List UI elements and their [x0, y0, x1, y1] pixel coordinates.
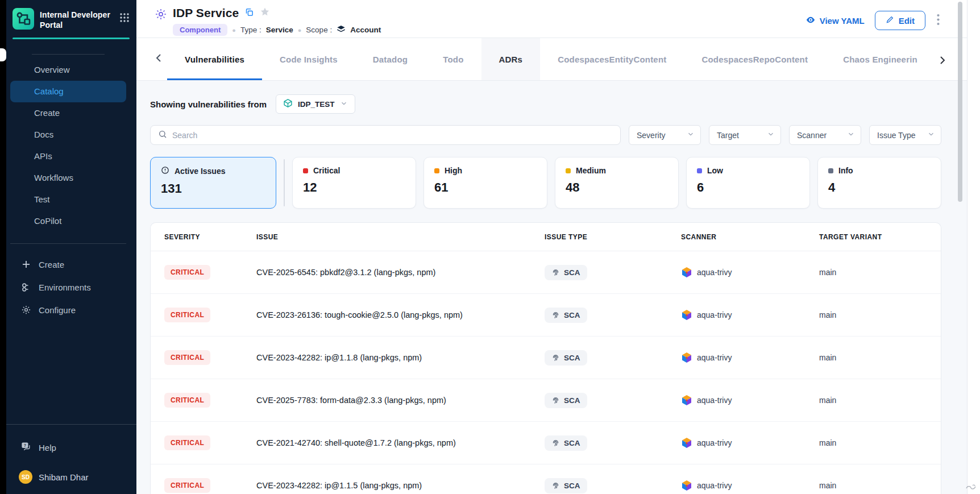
fingerprint-icon: [551, 481, 560, 490]
card-active-issues[interactable]: Active Issues 131: [150, 157, 276, 209]
help-label: Help: [39, 443, 56, 453]
scanner-cell: aqua-trivy: [681, 437, 819, 449]
trivy-icon: [681, 437, 692, 449]
filter-issue-type[interactable]: Issue Type: [869, 125, 941, 145]
col-issue: ISSUE: [256, 233, 545, 241]
target-variant: main: [819, 438, 927, 447]
scanner-cell: aqua-trivy: [681, 480, 819, 491]
copy-icon[interactable]: [244, 7, 254, 19]
sidebar-item-docs[interactable]: Docs: [10, 124, 126, 146]
chevron-down-icon: [687, 130, 695, 140]
package-cube-icon: [283, 98, 293, 110]
scanner-cell: aqua-trivy: [681, 352, 819, 363]
sidebar-item-overview[interactable]: Overview: [10, 59, 126, 81]
filter-label: Scanner: [797, 131, 827, 140]
sidebar-item-create[interactable]: Create: [10, 102, 126, 124]
secondary-nav: Create Environments Configure: [0, 253, 136, 321]
edit-button[interactable]: Edit: [875, 11, 925, 30]
type-value: Service: [266, 26, 293, 34]
card-count: 6: [697, 180, 799, 195]
table-row[interactable]: CRITICAL CVE-2021-42740: shell-quote@1.7…: [151, 422, 941, 464]
card-info[interactable]: Info 4: [817, 157, 941, 209]
col-severity: SEVERITY: [164, 233, 256, 241]
more-options-kebab-icon[interactable]: [936, 11, 941, 30]
table-row[interactable]: CRITICAL CVE-2023-42282: ip@1.1.8 (lang-…: [151, 337, 941, 379]
issue-text: CVE-2023-42282: ip@1.1.5 (lang-pkgs, npm…: [256, 481, 545, 490]
tab-code-insights[interactable]: Code Insights: [262, 38, 355, 80]
sidebar-item-environments[interactable]: Environments: [0, 276, 136, 298]
tab-todo[interactable]: Todo: [425, 38, 481, 80]
table-row[interactable]: CRITICAL CVE-2025-7783: form-data@2.3.3 …: [151, 379, 941, 422]
card-medium[interactable]: Medium 48: [555, 157, 679, 209]
table-row[interactable]: CRITICAL CVE-2023-26136: tough-cookie@2.…: [151, 294, 941, 337]
scanner-cell: aqua-trivy: [681, 267, 819, 278]
tab-vulnerabilities[interactable]: Vulnerabilities: [167, 38, 262, 80]
scope-label: Scope :: [306, 26, 332, 34]
environments-icon: [20, 282, 31, 293]
tab-datadog[interactable]: Datadog: [355, 38, 425, 80]
svg-text:?: ?: [24, 443, 26, 448]
info-icon: [161, 166, 169, 176]
high-dot-icon: [434, 168, 439, 173]
tabs-scroll-left-icon[interactable]: [150, 51, 167, 68]
filter-scanner[interactable]: Scanner: [789, 125, 861, 145]
vertical-scrollbar[interactable]: [958, 2, 962, 202]
trivy-icon: [681, 480, 692, 491]
sidebar-item-label: Configure: [39, 305, 76, 315]
dot-separator: ●: [298, 27, 302, 34]
issue-text: CVE-2023-42282: ip@1.1.8 (lang-pkgs, npm…: [256, 353, 545, 362]
filter-target[interactable]: Target: [709, 125, 781, 145]
severity-badge: CRITICAL: [164, 350, 210, 365]
view-yaml-link[interactable]: View YAML: [805, 15, 865, 27]
sidebar-item-create-action[interactable]: Create: [0, 253, 136, 276]
table-header-row: SEVERITY ISSUE ISSUE TYPE SCANNER TARGET…: [151, 223, 941, 251]
search-box: [150, 125, 621, 145]
target-variant: main: [819, 353, 927, 362]
edit-label: Edit: [899, 16, 915, 26]
card-label: Critical: [313, 166, 340, 175]
sidebar-item-catalog[interactable]: Catalog: [10, 81, 126, 102]
tab-adrs[interactable]: ADRs: [481, 38, 541, 80]
help-chat-icon: ?: [20, 441, 31, 454]
user-menu[interactable]: SD Shibam Dhar: [0, 466, 136, 488]
issue-text: CVE-2021-42740: shell-quote@1.7.2 (lang-…: [256, 438, 545, 447]
page-title: IDP Service: [173, 6, 239, 20]
low-dot-icon: [697, 168, 702, 173]
brand-header: Internal Developer Portal: [0, 0, 136, 32]
brand-underline: [13, 38, 130, 39]
target-variant: main: [819, 268, 927, 277]
filter-severity[interactable]: Severity: [629, 125, 701, 145]
target-variant: main: [819, 310, 927, 319]
sidebar-item-copilot[interactable]: CoPilot: [10, 210, 126, 232]
entity-header: IDP Service Component ● Ty: [136, 0, 967, 38]
target-variant: main: [819, 481, 927, 490]
tabs-scroll-right-icon[interactable]: [934, 53, 951, 70]
scanner-cell: aqua-trivy: [681, 395, 819, 406]
sidebar-item-test[interactable]: Test: [10, 189, 126, 210]
tab-chaos-engineering[interactable]: Chaos Engineerin: [825, 38, 935, 80]
issue-text: CVE-2025-6545: pbkdf2@3.1.2 (lang-pkgs, …: [256, 268, 545, 277]
brand-title: Internal Developer Portal: [40, 8, 114, 30]
table-row[interactable]: CRITICAL CVE-2025-6545: pbkdf2@3.1.2 (la…: [151, 251, 941, 294]
card-label: High: [445, 166, 462, 175]
primary-nav: Overview Catalog Create Docs APIs Workfl…: [0, 59, 136, 232]
search-icon: [158, 130, 167, 141]
gear-icon: [20, 305, 31, 315]
tab-codespaces-entity-content[interactable]: CodespacesEntityContent: [540, 38, 684, 80]
apps-grid-icon[interactable]: [119, 8, 130, 25]
vulnerabilities-table: SEVERITY ISSUE ISSUE TYPE SCANNER TARGET…: [150, 222, 941, 494]
sidebar-item-workflows[interactable]: Workflows: [10, 167, 126, 189]
card-label: Info: [838, 166, 853, 175]
card-critical[interactable]: Critical 12: [292, 157, 416, 209]
card-high[interactable]: High 61: [423, 157, 547, 209]
tab-codespaces-repo-content[interactable]: CodespacesRepoContent: [684, 38, 825, 80]
search-input[interactable]: [172, 131, 613, 140]
table-row[interactable]: CRITICAL CVE-2023-42282: ip@1.1.5 (lang-…: [151, 464, 941, 494]
sidebar-item-apis[interactable]: APIs: [10, 146, 126, 167]
project-selector[interactable]: IDP_TEST: [276, 94, 355, 114]
sidebar-item-configure[interactable]: Configure: [0, 298, 136, 321]
favorite-star-icon[interactable]: [260, 7, 270, 19]
help-button[interactable]: ? Help: [0, 435, 136, 460]
view-yaml-label: View YAML: [820, 16, 865, 26]
card-low[interactable]: Low 6: [686, 157, 810, 209]
